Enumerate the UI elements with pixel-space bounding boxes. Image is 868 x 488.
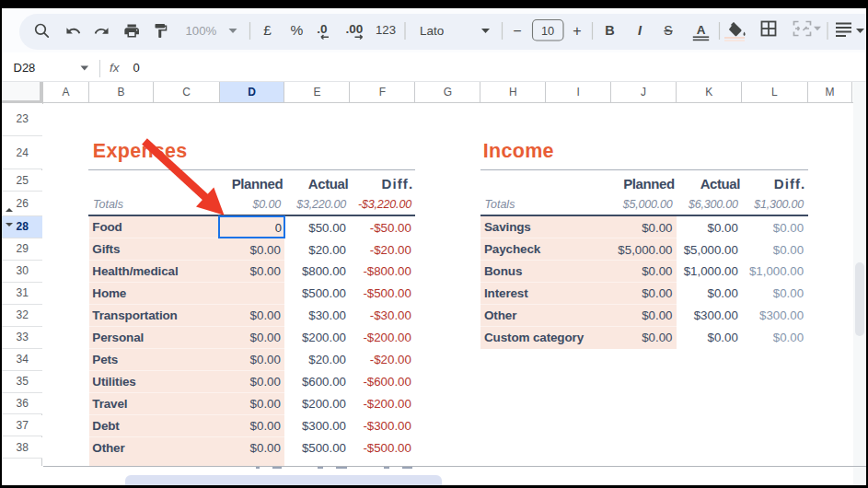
svg-text:10: 10 (541, 24, 554, 38)
svg-text:−: − (513, 23, 521, 39)
svg-text:£: £ (263, 22, 272, 38)
svg-text:B: B (605, 23, 614, 38)
svg-text:.00: .00 (346, 22, 364, 36)
svg-text:%: % (291, 22, 304, 38)
svg-text:.0: .0 (317, 22, 327, 36)
svg-text:I: I (638, 23, 642, 38)
svg-text:Lato: Lato (420, 24, 444, 38)
svg-text:S: S (664, 23, 672, 38)
svg-text:100%: 100% (186, 24, 217, 38)
svg-text:+: + (573, 23, 581, 39)
svg-text:123: 123 (376, 23, 396, 37)
svg-text:A: A (697, 23, 706, 37)
